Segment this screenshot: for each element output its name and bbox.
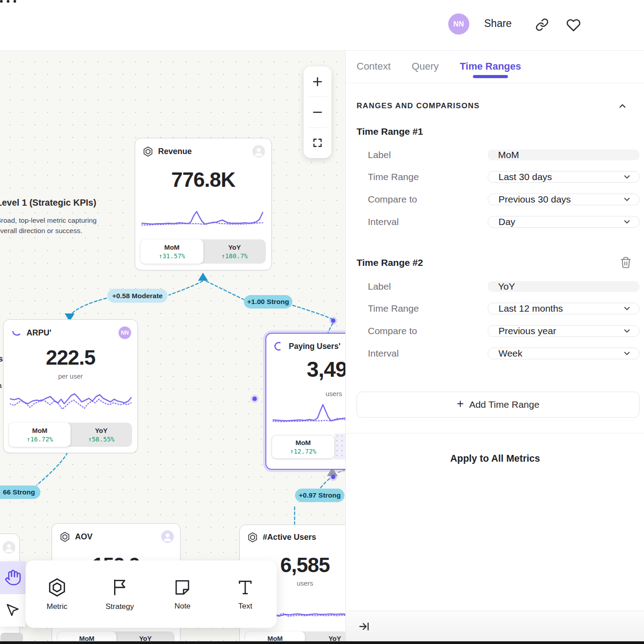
card-title: #Active Users	[263, 533, 345, 542]
share-button[interactable]: Share	[484, 18, 512, 30]
owner-avatar[interactable]: NN	[119, 326, 131, 339]
tab-time-ranges[interactable]: Time Ranges	[460, 61, 521, 72]
flag-icon	[110, 577, 130, 598]
panel-tabs: Context Query Time Ranges	[346, 50, 644, 83]
arrowhead-up	[198, 273, 208, 281]
tool-label: Metric	[47, 602, 67, 611]
sparkline	[141, 209, 265, 229]
time-range-2-title: Time Range #2	[357, 257, 423, 268]
metric-unit: users	[326, 390, 342, 397]
select-value: Previous year	[498, 326, 556, 336]
note-tool-button[interactable]: Note	[151, 578, 214, 611]
tool-label: Text	[238, 602, 252, 611]
correlation-label[interactable]: +0.58 Moderate	[107, 289, 168, 303]
ranges-section-header[interactable]: RANGES AND COMPARISONS	[357, 101, 627, 111]
toggle-mom[interactable]: MoM ↑16.72%	[9, 423, 71, 447]
label-input[interactable]: YoY	[488, 281, 640, 292]
toggle-value: ↑12.72%	[290, 448, 316, 455]
toggle-yoy-clipped[interactable]	[335, 433, 345, 459]
toggle-label: YoY	[95, 427, 107, 434]
metric-tree-canvas[interactable]: s a Level 1 (Strategic KPIs) Broad, top-…	[0, 50, 345, 644]
select-value: Week	[498, 348, 522, 359]
toggle-value: ↑58.55%	[88, 436, 115, 443]
interval-select[interactable]: Week	[488, 348, 640, 359]
hand-tool-button[interactable]	[0, 561, 26, 594]
panel-footer	[346, 611, 644, 641]
select-value: Last 30 days	[498, 172, 552, 182]
settings-panel: Context Query Time Ranges RANGES AND COM…	[345, 50, 644, 644]
canvas-toolbar: Metric Strategy Note Text	[26, 560, 277, 628]
text-tool-button[interactable]: Text	[214, 578, 277, 611]
pointer-tool-strip	[0, 561, 26, 626]
metric-value: 776.8K	[135, 168, 271, 192]
comparison-toggle: MoM ↑16.72% YoY ↑58.55%	[9, 423, 132, 447]
interval-select[interactable]: Day	[488, 216, 640, 228]
trash-icon[interactable]	[620, 256, 632, 269]
metric-card-revenue[interactable]: Revenue 776.8K MoM ↑31.57% YoY ↑180.7%	[135, 138, 272, 270]
chevron-down-icon	[622, 304, 631, 313]
toggle-label: MoM	[296, 439, 311, 446]
toggle-value: ↑16.72%	[26, 436, 53, 443]
correlation-label[interactable]: +1.00 Strong	[244, 295, 292, 309]
metric-hexagon-icon	[142, 146, 154, 157]
strategy-tool-button[interactable]: Strategy	[88, 577, 151, 611]
more-options-icon[interactable]	[0, 0, 644, 3]
correlation-label[interactable]: +0.97 Strong	[295, 489, 344, 502]
bottom-edge-bar	[0, 641, 644, 644]
add-time-range-button[interactable]: + Add Time Range	[357, 392, 640, 418]
chevron-down-icon	[622, 326, 631, 335]
chevron-up-icon[interactable]	[618, 101, 627, 111]
collapse-panel-icon[interactable]	[358, 621, 370, 632]
fit-view-button[interactable]	[304, 128, 331, 158]
toggle-yoy[interactable]: YoY ↑180.7%	[203, 239, 266, 264]
crescent-icon	[273, 341, 284, 352]
toggle-mom[interactable]: MoM ↑12.72%	[272, 435, 335, 459]
field-label: Label	[368, 281, 391, 292]
correlation-label[interactable]: 66 Strong	[0, 485, 40, 499]
zoom-out-button[interactable]	[304, 97, 331, 127]
card-title: Revenue	[158, 147, 248, 156]
select-value: Previous 30 days	[498, 194, 571, 205]
label-input-value: YoY	[498, 281, 515, 292]
time-range-select[interactable]: Last 30 days	[488, 171, 640, 183]
toggle-yoy[interactable]: YoY ↑58.55%	[71, 423, 132, 447]
field-label: Interval	[368, 348, 399, 359]
select-tool-button[interactable]	[0, 594, 26, 627]
card-title: Paying Users'	[289, 342, 345, 351]
chevron-down-icon	[622, 172, 631, 181]
compare-to-select[interactable]: Previous year	[488, 325, 640, 337]
toggle-value: ↑180.7%	[221, 252, 248, 260]
active-tab-indicator	[473, 75, 508, 78]
metric-card-arpu[interactable]: ARPU' NN 222.5 per user MoM ↑16.72% YoY …	[3, 319, 138, 453]
owner-avatar-placeholder[interactable]	[161, 530, 174, 543]
toggle-label: MoM	[32, 427, 47, 434]
user-avatar[interactable]: NN	[448, 13, 469, 35]
tab-label: Time Ranges	[460, 61, 521, 72]
link-icon[interactable]	[535, 18, 549, 31]
favorite-heart-icon[interactable]	[566, 18, 581, 32]
label-input[interactable]: MoM	[488, 150, 640, 160]
metric-unit: per user	[4, 372, 137, 380]
time-range-1-title: Time Range #1	[357, 126, 644, 137]
zoom-in-button[interactable]	[304, 66, 331, 97]
owner-avatar-placeholder[interactable]	[252, 145, 265, 158]
metric-value: 222.5	[4, 345, 137, 370]
field-label: Label	[368, 150, 391, 160]
label-input-value: MoM	[498, 150, 519, 160]
toggle-mom[interactable]: MoM ↑31.57%	[141, 239, 203, 264]
sparkline	[273, 401, 345, 427]
note-icon	[172, 578, 192, 597]
add-time-range-label: Add Time Range	[469, 399, 539, 410]
field-label: Time Range	[368, 303, 419, 314]
metric-card-paying-users[interactable]: Paying Users' 3,499 users MoM ↑12.72%	[265, 333, 345, 470]
tool-label: Strategy	[106, 602, 134, 611]
owner-avatar-placeholder[interactable]	[3, 541, 15, 554]
apply-all-metrics-button[interactable]: Apply to All Metrics	[346, 453, 644, 464]
compare-to-select[interactable]: Previous 30 days	[488, 194, 640, 205]
tab-query[interactable]: Query	[412, 61, 439, 72]
tab-context[interactable]: Context	[357, 61, 391, 72]
time-range-select[interactable]: Last 12 months	[488, 303, 640, 314]
chevron-down-icon	[622, 217, 631, 226]
metric-tool-button[interactable]: Metric	[26, 577, 88, 611]
top-header: NN Share	[0, 0, 644, 51]
